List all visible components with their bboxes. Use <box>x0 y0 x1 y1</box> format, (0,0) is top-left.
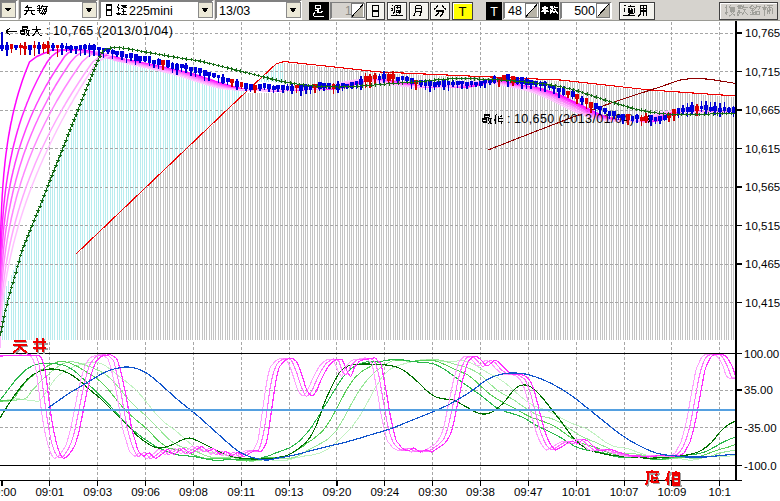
svg-text:10,565: 10,565 <box>745 181 780 193</box>
svg-text:09:24: 09:24 <box>370 486 399 498</box>
svg-text:10,650 (2013/01/04): 10,650 (2013/01/04) <box>514 112 634 126</box>
svg-text:09:08: 09:08 <box>179 486 208 498</box>
svg-text:10:07: 10:07 <box>610 486 639 498</box>
svg-text:09:03: 09:03 <box>83 486 112 498</box>
svg-text:09:30: 09:30 <box>418 486 447 498</box>
svg-text:T: T <box>490 5 498 19</box>
svg-text:09:20: 09:20 <box>323 486 352 498</box>
svg-text:09:38: 09:38 <box>466 486 495 498</box>
svg-text:10:1: 10:1 <box>709 486 731 498</box>
svg-text:10,715: 10,715 <box>745 66 780 78</box>
svg-text:10,415: 10,415 <box>745 297 780 309</box>
svg-text:09:13: 09:13 <box>275 486 304 498</box>
svg-text:10:01: 10:01 <box>562 486 591 498</box>
svg-text:09:06: 09:06 <box>131 486 160 498</box>
svg-text:500: 500 <box>574 4 595 18</box>
svg-text:10,765 (2013/01/04): 10,765 (2013/01/04) <box>53 24 173 38</box>
svg-text:10,665: 10,665 <box>745 104 780 116</box>
svg-text:225mini: 225mini <box>129 4 173 18</box>
svg-text:10,765: 10,765 <box>745 27 780 39</box>
svg-text:09:00: 09:00 <box>0 486 16 498</box>
svg-text:09:01: 09:01 <box>35 486 64 498</box>
svg-text:09:11: 09:11 <box>227 486 255 498</box>
svg-text:09:47: 09:47 <box>514 486 543 498</box>
svg-text::: : <box>46 24 49 38</box>
svg-text:35.00: 35.00 <box>744 384 773 396</box>
svg-text::: : <box>507 112 510 126</box>
svg-text:13/03: 13/03 <box>219 4 250 18</box>
svg-text:T: T <box>459 4 467 19</box>
svg-text:-35.00: -35.00 <box>744 422 777 434</box>
svg-text:48: 48 <box>508 4 522 18</box>
svg-text:10,615: 10,615 <box>745 143 780 155</box>
svg-text:10,465: 10,465 <box>745 258 780 270</box>
svg-text:10,515: 10,515 <box>745 220 780 232</box>
svg-text:-100.0: -100.0 <box>744 460 777 472</box>
svg-text:100.00: 100.00 <box>744 348 779 360</box>
svg-text:10:09: 10:09 <box>658 486 687 498</box>
